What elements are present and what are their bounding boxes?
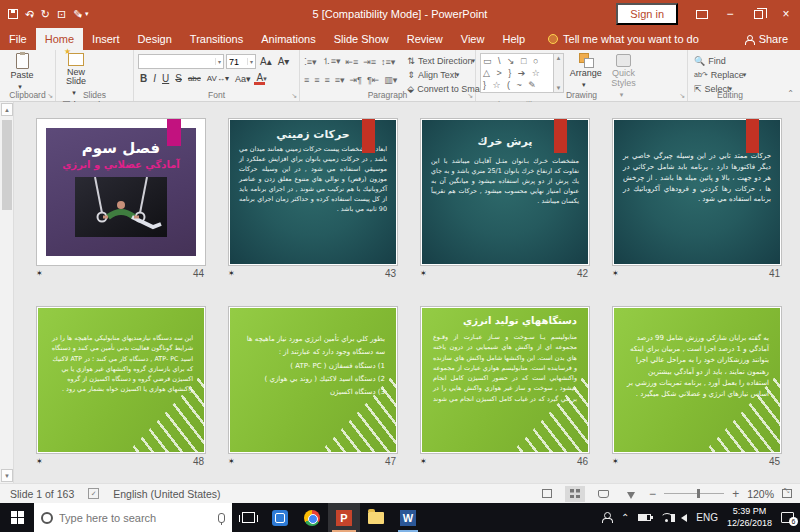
close-button[interactable]: ×: [772, 0, 800, 28]
taskbar-file-explorer[interactable]: [360, 503, 392, 532]
customize-qat-icon[interactable]: ▾: [85, 10, 89, 18]
slide-thumbnail-48[interactable]: این سه دستگاه نیازمندیهاي متابولیکي ماهی…: [36, 306, 206, 470]
task-view-button[interactable]: [232, 503, 264, 532]
tab-insert[interactable]: Insert: [83, 28, 129, 50]
numbering-button[interactable]: ⒈≡▾: [322, 55, 341, 68]
character-spacing-button[interactable]: AV↔▾: [205, 74, 231, 83]
undo-icon[interactable]: ↶▾: [25, 8, 34, 21]
tab-slide-show[interactable]: Slide Show: [325, 28, 398, 50]
collapse-ribbon-button[interactable]: ⌃: [787, 89, 794, 98]
decrease-font-size-button[interactable]: A▾: [276, 56, 292, 67]
slide-thumbnail-44[interactable]: فصل سوم آمادگي عضلاني و انرژي: [36, 118, 206, 282]
font-size-input[interactable]: [227, 57, 247, 67]
slide-thumbnail-41[interactable]: حرکات ممتد تابي در این وسیله چیرگي خاصي …: [612, 118, 782, 282]
font-name-input[interactable]: [139, 57, 215, 67]
show-hidden-icons-chevron[interactable]: ⌃: [621, 512, 629, 523]
taskbar-clock[interactable]: 5:39 PM12/26/2018: [727, 506, 772, 529]
rtl-text-direction-button[interactable]: ¶⇤: [367, 75, 379, 85]
align-left-button[interactable]: ≡: [304, 75, 309, 85]
ribbon-display-options-button[interactable]: [688, 0, 716, 28]
align-center-button[interactable]: ≡: [314, 75, 319, 85]
taskbar-search-box[interactable]: [34, 503, 232, 532]
strikethrough-button[interactable]: S: [173, 73, 184, 84]
columns-button[interactable]: ▥▾: [384, 75, 397, 85]
normal-view-button[interactable]: [537, 486, 557, 502]
drawing-dialog-launcher[interactable]: ↘: [679, 92, 685, 100]
underline-button[interactable]: U: [160, 73, 171, 84]
people-icon[interactable]: [601, 512, 612, 523]
bold-button[interactable]: B: [138, 73, 149, 84]
tab-home[interactable]: Home: [36, 28, 83, 50]
slide-show-button[interactable]: [621, 486, 641, 502]
minimize-button[interactable]: −: [716, 0, 744, 28]
slide-thumbnail-47[interactable]: بطور کلي براي تأمین انرژي مورد نیاز ماهی…: [228, 306, 398, 470]
sign-in-button[interactable]: Sign in: [616, 3, 678, 25]
language-status[interactable]: English (United States): [113, 488, 220, 500]
clipboard-dialog-launcher[interactable]: ↘: [47, 92, 53, 100]
tab-view[interactable]: View: [452, 28, 494, 50]
font-color-caret[interactable]: ▾: [263, 75, 267, 83]
share-button[interactable]: Share: [745, 28, 800, 50]
battery-icon[interactable]: [638, 514, 651, 521]
zoom-slider[interactable]: [664, 493, 724, 494]
restore-button[interactable]: [744, 0, 772, 28]
slide-thumbnail-45[interactable]: به گفته برایان شارکي ورزش شامل 99 درصد آ…: [612, 306, 782, 470]
taskbar-powerpoint[interactable]: P: [328, 503, 360, 532]
slide-thumbnail-42[interactable]: پرش خرك مشخصات خـرك بـانوان مثـل آقایـان…: [420, 118, 590, 282]
taskbar-app-blue[interactable]: [264, 503, 296, 532]
vertical-scrollbar[interactable]: ▲ ▼: [0, 102, 14, 483]
touch-mode-icon[interactable]: ✎▾: [73, 8, 82, 21]
slide-sorter-view-button[interactable]: [565, 486, 585, 502]
fit-slide-to-window-button[interactable]: [782, 489, 792, 498]
font-dialog-launcher[interactable]: ↘: [291, 92, 297, 100]
tab-file[interactable]: File: [0, 28, 36, 50]
line-spacing-button[interactable]: ↕≡▾: [381, 57, 395, 67]
tab-review[interactable]: Review: [398, 28, 452, 50]
start-from-beginning-icon[interactable]: ⊡: [57, 8, 66, 21]
save-icon[interactable]: [8, 9, 18, 19]
shapes-gallery-scrollbar[interactable]: ▲▼: [554, 53, 564, 93]
decrease-indent-button[interactable]: ⇤≡: [345, 57, 358, 67]
slide-thumbnail-46[interactable]: دستگاههاي تولید انرژي متابولیسم یـا سـوخ…: [420, 306, 590, 470]
scroll-up-button[interactable]: ▲: [1, 103, 13, 116]
tab-transitions[interactable]: Transitions: [181, 28, 252, 50]
zoom-out-button[interactable]: −: [649, 487, 656, 501]
increase-indent-button[interactable]: ⇥≡: [363, 57, 376, 67]
zoom-in-button[interactable]: +: [732, 487, 739, 501]
slide-thumbnail-43[interactable]: حرکات زمیني ابعاد و مشخصات پیست حرکات زم…: [228, 118, 398, 282]
scrollbar-thumb[interactable]: [2, 120, 12, 210]
bullets-button[interactable]: ⁚≡▾: [304, 57, 317, 67]
font-name-combobox[interactable]: ▾: [138, 54, 224, 69]
find-button[interactable]: 🔍Find: [692, 54, 748, 67]
redo-icon[interactable]: ↻: [41, 8, 50, 21]
language-indicator[interactable]: ENG: [696, 512, 718, 523]
search-input[interactable]: [59, 512, 212, 524]
taskbar-word[interactable]: W: [392, 503, 424, 532]
subscript-abc-icon[interactable]: abc: [186, 74, 203, 83]
scroll-down-button[interactable]: ▼: [1, 469, 13, 482]
font-size-combobox[interactable]: ▾: [226, 54, 256, 69]
tell-me-box[interactable]: Tell me what you want to do: [548, 28, 699, 50]
replace-button[interactable]: ab↷Replace▾: [692, 68, 748, 81]
tab-animations[interactable]: Animations: [252, 28, 324, 50]
paragraph-dialog-launcher[interactable]: ↘: [467, 92, 473, 100]
start-button[interactable]: [0, 503, 34, 532]
taskbar-chrome[interactable]: [296, 503, 328, 532]
zoom-slider-thumb[interactable]: [697, 489, 700, 498]
spell-check-icon[interactable]: ✓: [88, 488, 99, 499]
microphone-icon[interactable]: [218, 513, 225, 523]
italic-button[interactable]: I: [151, 73, 158, 84]
shapes-gallery[interactable]: ▭ \ ↘ □ ○△ > } ➔ ☆} ☆ ( ~ ✎: [480, 53, 554, 93]
change-case-button[interactable]: Aa▾: [233, 74, 253, 84]
slide-counter[interactable]: Slide 1 of 163: [10, 488, 74, 500]
increase-font-size-button[interactable]: A▴: [258, 56, 274, 67]
reading-view-button[interactable]: [593, 486, 613, 502]
zoom-level[interactable]: 120%: [747, 488, 774, 500]
tab-design[interactable]: Design: [129, 28, 181, 50]
ltr-text-direction-button[interactable]: ⇥¶: [350, 75, 362, 85]
volume-icon[interactable]: [681, 514, 687, 522]
tab-help[interactable]: Help: [493, 28, 534, 50]
justify-button[interactable]: ≡▾: [335, 75, 345, 85]
action-center-button[interactable]: 6: [781, 512, 794, 523]
align-right-button[interactable]: ≡: [325, 75, 330, 85]
